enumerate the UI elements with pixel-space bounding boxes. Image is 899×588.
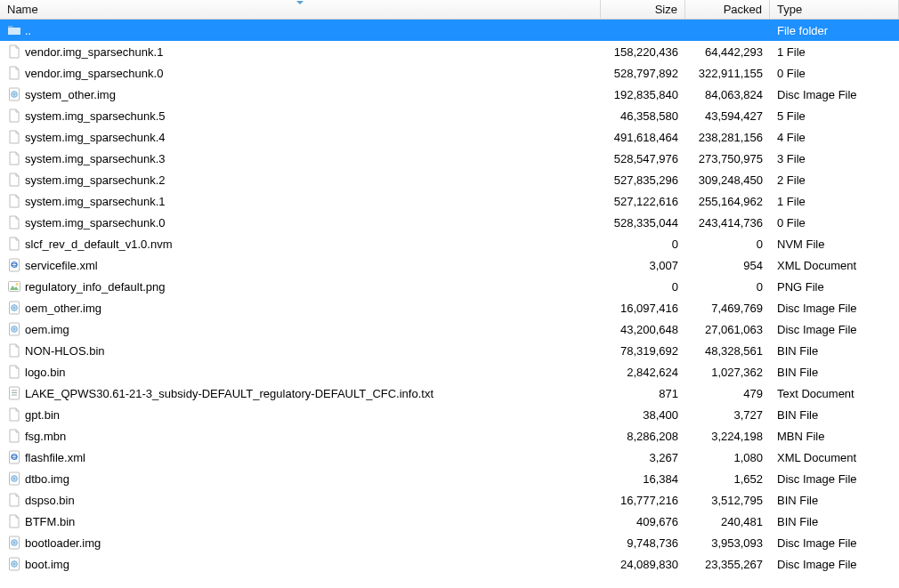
- table-row[interactable]: logo.bin2,842,6241,027,362BIN File: [0, 361, 899, 383]
- table-row[interactable]: oem_other.img16,097,4167,469,769Disc Ima…: [0, 297, 899, 318]
- table-row[interactable]: vendor.img_sparsechunk.0528,797,892322,9…: [0, 62, 899, 84]
- cell-name: flashfile.xml: [0, 450, 601, 464]
- cell-size: 192,835,840: [601, 88, 685, 101]
- column-header-type[interactable]: Type: [770, 0, 899, 19]
- table-row[interactable]: system.img_sparsechunk.3528,547,976273,7…: [0, 148, 899, 169]
- svg-rect-19: [10, 451, 20, 463]
- table-row[interactable]: LAKE_QPWS30.61-21-3_subsidy-DEFAULT_regu…: [0, 383, 899, 404]
- table-row[interactable]: system.img_sparsechunk.2527,835,296309,2…: [0, 169, 899, 190]
- file-icon: [7, 407, 21, 422]
- cell-packed: 84,063,824: [685, 88, 770, 101]
- table-row[interactable]: system.img_sparsechunk.0528,335,044243,4…: [0, 212, 899, 233]
- cell-name: ..: [0, 23, 601, 37]
- cell-packed: 954: [685, 259, 770, 272]
- cell-type: 2 File: [770, 173, 899, 187]
- cell-name: system.img_sparsechunk.2: [0, 173, 601, 187]
- file-name: regulatory_info_default.png: [25, 280, 166, 294]
- svg-point-27: [13, 542, 15, 544]
- disc-icon: [7, 301, 21, 315]
- cell-size: 3,007: [601, 259, 685, 272]
- cell-size: 2,842,624: [601, 366, 685, 379]
- file-name: NON-HLOS.bin: [25, 344, 105, 358]
- file-name: system_other.img: [25, 88, 116, 101]
- table-row[interactable]: system.img_sparsechunk.4491,618,464238,2…: [0, 126, 899, 148]
- cell-name: NON-HLOS.bin: [0, 343, 601, 358]
- cell-size: 158,220,436: [601, 45, 685, 59]
- disc-icon: [7, 471, 21, 486]
- cell-size: 409,676: [601, 515, 685, 528]
- file-listing: Name Size Packed Type ..File foldervendo…: [0, 0, 899, 575]
- cell-packed: 240,481: [685, 515, 770, 528]
- cell-packed: 23,355,267: [685, 558, 770, 571]
- file-name: oem_other.img: [25, 302, 101, 315]
- table-row[interactable]: oem.img43,200,64827,061,063Disc Image Fi…: [0, 318, 899, 340]
- table-row[interactable]: flashfile.xml3,2671,080XML Document: [0, 447, 899, 468]
- cell-name: logo.bin: [0, 365, 601, 379]
- cell-type: XML Document: [770, 259, 899, 272]
- table-row[interactable]: vendor.img_sparsechunk.1158,220,43664,44…: [0, 41, 899, 62]
- table-row[interactable]: servicefile.xml3,007954XML Document: [0, 254, 899, 276]
- cell-type: PNG File: [770, 280, 899, 294]
- cell-packed: 1,027,362: [685, 366, 770, 379]
- table-row[interactable]: slcf_rev_d_default_v1.0.nvm00NVM File: [0, 233, 899, 254]
- cell-name: system.img_sparsechunk.0: [0, 215, 601, 230]
- cell-type: 5 File: [770, 109, 899, 123]
- file-name: system.img_sparsechunk.0: [25, 216, 166, 230]
- cell-size: 3,267: [601, 451, 685, 464]
- cell-type: 0 File: [770, 216, 899, 230]
- disc-icon: [7, 536, 21, 550]
- disc-icon: [7, 322, 21, 336]
- xml-icon: [7, 450, 21, 464]
- column-header-packed[interactable]: Packed: [685, 0, 770, 19]
- text-icon: [7, 386, 21, 400]
- cell-type: 3 File: [770, 152, 899, 165]
- table-row[interactable]: gpt.bin38,4003,727BIN File: [0, 404, 899, 425]
- table-row[interactable]: fsg.mbn8,286,2083,224,198MBN File: [0, 425, 899, 447]
- table-row[interactable]: boot.img24,089,83023,355,267Disc Image F…: [0, 553, 899, 575]
- cell-size: 16,097,416: [601, 302, 685, 315]
- cell-packed: 255,164,962: [685, 195, 770, 208]
- file-name: ..: [25, 24, 31, 37]
- table-row[interactable]: NON-HLOS.bin78,319,69248,328,561BIN File: [0, 340, 899, 361]
- table-row[interactable]: system.img_sparsechunk.1527,122,616255,1…: [0, 190, 899, 212]
- column-label: Name: [7, 3, 38, 16]
- table-row[interactable]: bootloader.img9,748,7363,953,093Disc Ima…: [0, 532, 899, 553]
- cell-size: 46,358,580: [601, 109, 685, 123]
- file-name: fsg.mbn: [25, 430, 66, 443]
- cell-packed: 273,750,975: [685, 152, 770, 165]
- svg-point-11: [13, 307, 15, 309]
- table-row[interactable]: system_other.img192,835,84084,063,824Dis…: [0, 84, 899, 105]
- file-icon: [7, 151, 21, 165]
- table-row[interactable]: regulatory_info_default.png00PNG File: [0, 276, 899, 297]
- table-row[interactable]: system.img_sparsechunk.546,358,58043,594…: [0, 105, 899, 126]
- cell-packed: 3,512,795: [685, 494, 770, 507]
- file-icon: [7, 109, 21, 123]
- cell-packed: 1,080: [685, 451, 770, 464]
- file-icon: [7, 173, 21, 187]
- table-row[interactable]: ..File folder: [0, 20, 899, 41]
- cell-size: 78,319,692: [601, 344, 685, 358]
- column-header-size[interactable]: Size: [601, 0, 685, 19]
- file-name: system.img_sparsechunk.1: [25, 195, 166, 208]
- svg-point-2: [13, 93, 15, 95]
- column-header-name[interactable]: Name: [0, 0, 601, 19]
- cell-name: system.img_sparsechunk.3: [0, 151, 601, 165]
- cell-name: dspso.bin: [0, 493, 601, 507]
- table-row[interactable]: dtbo.img16,3841,652Disc Image File: [0, 468, 899, 489]
- column-header-row: Name Size Packed Type: [0, 0, 899, 20]
- file-icon: [7, 215, 21, 230]
- cell-name: servicefile.xml: [0, 258, 601, 272]
- table-row[interactable]: dspso.bin16,777,2163,512,795BIN File: [0, 489, 899, 511]
- folder-up-icon: [7, 23, 21, 37]
- file-name: LAKE_QPWS30.61-21-3_subsidy-DEFAULT_regu…: [25, 387, 433, 400]
- table-row[interactable]: BTFM.bin409,676240,481BIN File: [0, 511, 899, 532]
- cell-type: Disc Image File: [770, 472, 899, 486]
- cell-name: BTFM.bin: [0, 514, 601, 528]
- cell-type: XML Document: [770, 451, 899, 464]
- svg-point-24: [13, 478, 15, 479]
- file-icon: [7, 130, 21, 144]
- cell-type: BIN File: [770, 494, 899, 507]
- cell-name: vendor.img_sparsechunk.1: [0, 44, 601, 59]
- cell-size: 43,200,648: [601, 323, 685, 336]
- file-icon: [7, 343, 21, 358]
